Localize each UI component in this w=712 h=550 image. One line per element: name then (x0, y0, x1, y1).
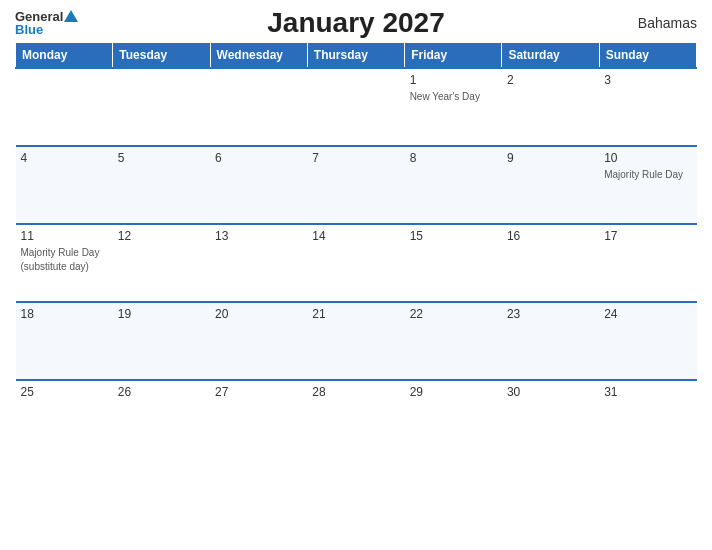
country-label: Bahamas (638, 15, 697, 31)
day-number: 30 (507, 385, 594, 399)
weekday-header-saturday: Saturday (502, 43, 599, 69)
calendar-cell: 26 (113, 380, 210, 458)
day-number: 15 (410, 229, 497, 243)
logo-triangle-icon (64, 10, 78, 22)
day-number: 25 (21, 385, 108, 399)
day-number: 11 (21, 229, 108, 243)
day-number: 28 (312, 385, 399, 399)
calendar-cell: 19 (113, 302, 210, 380)
day-number: 19 (118, 307, 205, 321)
day-number: 27 (215, 385, 302, 399)
calendar-cell: 1New Year's Day (405, 68, 502, 146)
week-row-5: 25262728293031 (16, 380, 697, 458)
calendar-cell: 29 (405, 380, 502, 458)
calendar-cell: 6 (210, 146, 307, 224)
calendar-cell: 18 (16, 302, 113, 380)
weekday-header-thursday: Thursday (307, 43, 404, 69)
week-row-4: 18192021222324 (16, 302, 697, 380)
day-number: 6 (215, 151, 302, 165)
day-number: 3 (604, 73, 691, 87)
calendar-cell: 13 (210, 224, 307, 302)
day-number: 13 (215, 229, 302, 243)
calendar-cell: 3 (599, 68, 696, 146)
calendar-cell: 17 (599, 224, 696, 302)
calendar-cell (307, 68, 404, 146)
calendar-cell: 25 (16, 380, 113, 458)
calendar-cell: 7 (307, 146, 404, 224)
calendar-table: MondayTuesdayWednesdayThursdayFridaySatu… (15, 42, 697, 458)
day-number: 2 (507, 73, 594, 87)
calendar-cell: 4 (16, 146, 113, 224)
holiday-label: Majority Rule Day (substitute day) (21, 247, 100, 272)
day-number: 9 (507, 151, 594, 165)
calendar-cell (113, 68, 210, 146)
calendar-cell: 2 (502, 68, 599, 146)
day-number: 14 (312, 229, 399, 243)
day-number: 26 (118, 385, 205, 399)
calendar-cell (16, 68, 113, 146)
week-row-1: 1New Year's Day23 (16, 68, 697, 146)
day-number: 29 (410, 385, 497, 399)
calendar-cell: 27 (210, 380, 307, 458)
day-number: 4 (21, 151, 108, 165)
calendar-page: General Blue January 2027 Bahamas Monday… (0, 0, 712, 550)
day-number: 17 (604, 229, 691, 243)
day-number: 18 (21, 307, 108, 321)
weekday-header-row: MondayTuesdayWednesdayThursdayFridaySatu… (16, 43, 697, 69)
weekday-header-wednesday: Wednesday (210, 43, 307, 69)
day-number: 12 (118, 229, 205, 243)
logo: General Blue (15, 10, 78, 36)
day-number: 31 (604, 385, 691, 399)
calendar-cell: 12 (113, 224, 210, 302)
calendar-cell: 9 (502, 146, 599, 224)
calendar-cell: 16 (502, 224, 599, 302)
calendar-cell: 23 (502, 302, 599, 380)
holiday-label: Majority Rule Day (604, 169, 683, 180)
calendar-cell: 11Majority Rule Day (substitute day) (16, 224, 113, 302)
calendar-cell: 5 (113, 146, 210, 224)
calendar-cell: 24 (599, 302, 696, 380)
calendar-cell: 31 (599, 380, 696, 458)
weekday-header-sunday: Sunday (599, 43, 696, 69)
calendar-cell: 20 (210, 302, 307, 380)
calendar-cell: 15 (405, 224, 502, 302)
week-row-2: 45678910Majority Rule Day (16, 146, 697, 224)
calendar-cell: 21 (307, 302, 404, 380)
calendar-cell: 30 (502, 380, 599, 458)
calendar-cell: 28 (307, 380, 404, 458)
calendar-cell: 14 (307, 224, 404, 302)
logo-blue: Blue (15, 23, 78, 36)
holiday-label: New Year's Day (410, 91, 480, 102)
weekday-header-friday: Friday (405, 43, 502, 69)
calendar-cell (210, 68, 307, 146)
calendar-cell: 22 (405, 302, 502, 380)
calendar-cell: 8 (405, 146, 502, 224)
day-number: 1 (410, 73, 497, 87)
day-number: 7 (312, 151, 399, 165)
week-row-3: 11Majority Rule Day (substitute day)1213… (16, 224, 697, 302)
day-number: 16 (507, 229, 594, 243)
page-title: January 2027 (267, 7, 444, 39)
day-number: 21 (312, 307, 399, 321)
day-number: 8 (410, 151, 497, 165)
calendar-cell: 10Majority Rule Day (599, 146, 696, 224)
day-number: 22 (410, 307, 497, 321)
day-number: 20 (215, 307, 302, 321)
weekday-header-monday: Monday (16, 43, 113, 69)
day-number: 10 (604, 151, 691, 165)
weekday-header-tuesday: Tuesday (113, 43, 210, 69)
header: General Blue January 2027 Bahamas (15, 10, 697, 36)
day-number: 23 (507, 307, 594, 321)
day-number: 24 (604, 307, 691, 321)
day-number: 5 (118, 151, 205, 165)
